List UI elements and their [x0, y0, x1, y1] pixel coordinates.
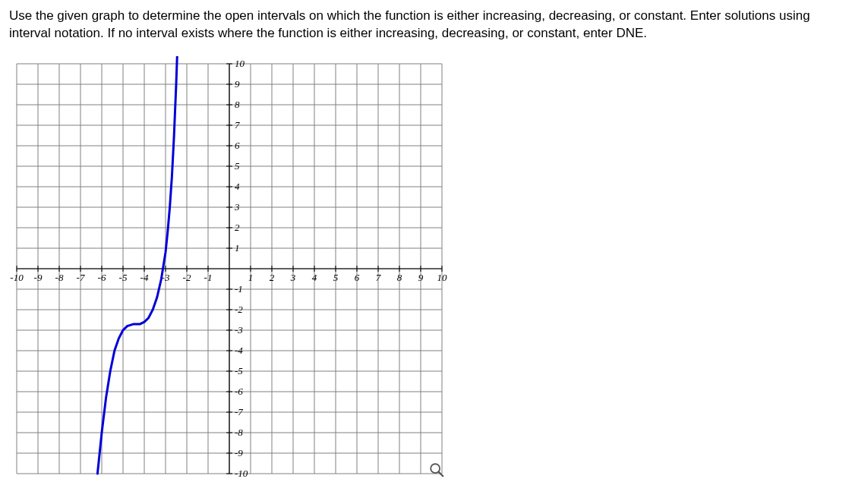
svg-text:3: 3: [234, 201, 240, 213]
svg-text:1: 1: [235, 242, 240, 254]
svg-text:6: 6: [235, 140, 240, 151]
svg-text:9: 9: [418, 272, 424, 283]
graph-svg: -10-9-8-7-6-5-4-3-2-11234567891010987654…: [9, 56, 450, 481]
svg-text:-2: -2: [183, 272, 191, 283]
svg-text:-4: -4: [140, 272, 149, 283]
svg-text:-1: -1: [204, 272, 213, 283]
svg-text:-8: -8: [55, 272, 64, 283]
svg-text:8: 8: [397, 272, 402, 283]
svg-line-125: [439, 472, 443, 477]
svg-text:6: 6: [355, 272, 360, 283]
svg-text:-2: -2: [235, 304, 243, 315]
svg-text:-4: -4: [235, 345, 243, 356]
svg-text:-3: -3: [235, 324, 243, 335]
svg-text:1: 1: [248, 272, 254, 283]
svg-text:-10: -10: [10, 272, 24, 283]
svg-text:-9: -9: [235, 447, 243, 458]
svg-text:-1: -1: [235, 283, 243, 295]
svg-text:9: 9: [235, 78, 240, 90]
svg-text:-7: -7: [235, 406, 243, 417]
svg-text:7: 7: [235, 119, 240, 131]
question-text: Use the given graph to determine the ope…: [9, 8, 843, 43]
svg-text:4: 4: [312, 272, 317, 283]
svg-text:4: 4: [235, 181, 240, 192]
svg-text:3: 3: [290, 272, 296, 283]
svg-text:-7: -7: [77, 272, 85, 283]
svg-text:2: 2: [270, 272, 275, 283]
graph-container: -10-9-8-7-6-5-4-3-2-11234567891010987654…: [9, 56, 450, 481]
svg-text:-10: -10: [235, 468, 248, 479]
svg-text:10: 10: [235, 58, 245, 69]
svg-text:7: 7: [376, 272, 381, 283]
svg-text:8: 8: [235, 99, 240, 110]
svg-text:-5: -5: [235, 365, 243, 376]
svg-text:-5: -5: [119, 272, 128, 283]
svg-text:-6: -6: [98, 272, 106, 283]
svg-text:5: 5: [333, 272, 339, 283]
magnify-icon[interactable]: [428, 461, 445, 478]
svg-text:-9: -9: [34, 272, 43, 283]
svg-text:5: 5: [235, 160, 240, 172]
svg-text:10: 10: [437, 272, 448, 283]
svg-text:-6: -6: [235, 386, 243, 397]
svg-text:2: 2: [235, 222, 240, 233]
svg-text:-8: -8: [235, 427, 243, 438]
